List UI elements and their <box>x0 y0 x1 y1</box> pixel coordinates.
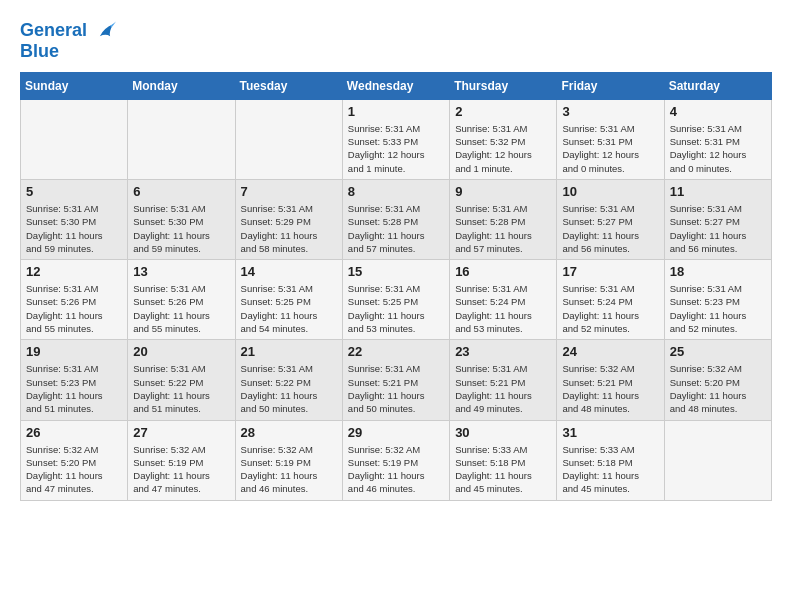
logo-bird-icon <box>94 20 116 42</box>
weekday-header-monday: Monday <box>128 72 235 99</box>
calendar-cell: 20Sunrise: 5:31 AM Sunset: 5:22 PM Dayli… <box>128 340 235 420</box>
day-info: Sunrise: 5:31 AM Sunset: 5:23 PM Dayligh… <box>26 362 122 415</box>
calendar-cell: 3Sunrise: 5:31 AM Sunset: 5:31 PM Daylig… <box>557 99 664 179</box>
calendar-cell: 19Sunrise: 5:31 AM Sunset: 5:23 PM Dayli… <box>21 340 128 420</box>
day-number: 27 <box>133 425 229 440</box>
day-number: 20 <box>133 344 229 359</box>
weekday-header-sunday: Sunday <box>21 72 128 99</box>
day-number: 10 <box>562 184 658 199</box>
day-number: 31 <box>562 425 658 440</box>
day-number: 3 <box>562 104 658 119</box>
day-number: 2 <box>455 104 551 119</box>
day-info: Sunrise: 5:31 AM Sunset: 5:33 PM Dayligh… <box>348 122 444 175</box>
day-info: Sunrise: 5:31 AM Sunset: 5:26 PM Dayligh… <box>26 282 122 335</box>
day-number: 6 <box>133 184 229 199</box>
day-info: Sunrise: 5:31 AM Sunset: 5:31 PM Dayligh… <box>562 122 658 175</box>
calendar-cell <box>235 99 342 179</box>
day-info: Sunrise: 5:32 AM Sunset: 5:20 PM Dayligh… <box>670 362 766 415</box>
day-number: 17 <box>562 264 658 279</box>
day-info: Sunrise: 5:32 AM Sunset: 5:19 PM Dayligh… <box>348 443 444 496</box>
day-number: 12 <box>26 264 122 279</box>
day-info: Sunrise: 5:31 AM Sunset: 5:32 PM Dayligh… <box>455 122 551 175</box>
day-info: Sunrise: 5:31 AM Sunset: 5:21 PM Dayligh… <box>455 362 551 415</box>
day-info: Sunrise: 5:31 AM Sunset: 5:28 PM Dayligh… <box>455 202 551 255</box>
calendar-cell: 22Sunrise: 5:31 AM Sunset: 5:21 PM Dayli… <box>342 340 449 420</box>
day-number: 29 <box>348 425 444 440</box>
day-info: Sunrise: 5:31 AM Sunset: 5:22 PM Dayligh… <box>133 362 229 415</box>
calendar-cell: 14Sunrise: 5:31 AM Sunset: 5:25 PM Dayli… <box>235 260 342 340</box>
day-number: 9 <box>455 184 551 199</box>
day-info: Sunrise: 5:31 AM Sunset: 5:29 PM Dayligh… <box>241 202 337 255</box>
day-number: 21 <box>241 344 337 359</box>
day-number: 8 <box>348 184 444 199</box>
day-info: Sunrise: 5:32 AM Sunset: 5:21 PM Dayligh… <box>562 362 658 415</box>
calendar-cell: 15Sunrise: 5:31 AM Sunset: 5:25 PM Dayli… <box>342 260 449 340</box>
day-number: 7 <box>241 184 337 199</box>
day-info: Sunrise: 5:33 AM Sunset: 5:18 PM Dayligh… <box>455 443 551 496</box>
calendar-cell <box>128 99 235 179</box>
day-number: 18 <box>670 264 766 279</box>
calendar-cell: 29Sunrise: 5:32 AM Sunset: 5:19 PM Dayli… <box>342 420 449 500</box>
day-info: Sunrise: 5:33 AM Sunset: 5:18 PM Dayligh… <box>562 443 658 496</box>
calendar-table: SundayMondayTuesdayWednesdayThursdayFrid… <box>20 72 772 501</box>
day-number: 11 <box>670 184 766 199</box>
calendar-cell: 6Sunrise: 5:31 AM Sunset: 5:30 PM Daylig… <box>128 179 235 259</box>
day-number: 1 <box>348 104 444 119</box>
calendar-cell <box>21 99 128 179</box>
calendar-cell: 9Sunrise: 5:31 AM Sunset: 5:28 PM Daylig… <box>450 179 557 259</box>
calendar-week-row: 26Sunrise: 5:32 AM Sunset: 5:20 PM Dayli… <box>21 420 772 500</box>
calendar-cell: 27Sunrise: 5:32 AM Sunset: 5:19 PM Dayli… <box>128 420 235 500</box>
calendar-cell: 12Sunrise: 5:31 AM Sunset: 5:26 PM Dayli… <box>21 260 128 340</box>
calendar-cell: 10Sunrise: 5:31 AM Sunset: 5:27 PM Dayli… <box>557 179 664 259</box>
day-info: Sunrise: 5:31 AM Sunset: 5:25 PM Dayligh… <box>348 282 444 335</box>
page-header: General Blue <box>20 20 772 62</box>
day-info: Sunrise: 5:32 AM Sunset: 5:19 PM Dayligh… <box>241 443 337 496</box>
calendar-cell: 31Sunrise: 5:33 AM Sunset: 5:18 PM Dayli… <box>557 420 664 500</box>
calendar-week-row: 19Sunrise: 5:31 AM Sunset: 5:23 PM Dayli… <box>21 340 772 420</box>
weekday-header-saturday: Saturday <box>664 72 771 99</box>
day-info: Sunrise: 5:31 AM Sunset: 5:24 PM Dayligh… <box>455 282 551 335</box>
calendar-cell: 5Sunrise: 5:31 AM Sunset: 5:30 PM Daylig… <box>21 179 128 259</box>
day-number: 19 <box>26 344 122 359</box>
calendar-cell: 26Sunrise: 5:32 AM Sunset: 5:20 PM Dayli… <box>21 420 128 500</box>
calendar-cell: 1Sunrise: 5:31 AM Sunset: 5:33 PM Daylig… <box>342 99 449 179</box>
day-number: 22 <box>348 344 444 359</box>
day-info: Sunrise: 5:31 AM Sunset: 5:27 PM Dayligh… <box>670 202 766 255</box>
day-number: 4 <box>670 104 766 119</box>
day-info: Sunrise: 5:31 AM Sunset: 5:28 PM Dayligh… <box>348 202 444 255</box>
calendar-cell: 24Sunrise: 5:32 AM Sunset: 5:21 PM Dayli… <box>557 340 664 420</box>
calendar-cell: 28Sunrise: 5:32 AM Sunset: 5:19 PM Dayli… <box>235 420 342 500</box>
day-info: Sunrise: 5:31 AM Sunset: 5:30 PM Dayligh… <box>26 202 122 255</box>
calendar-cell: 2Sunrise: 5:31 AM Sunset: 5:32 PM Daylig… <box>450 99 557 179</box>
weekday-header-thursday: Thursday <box>450 72 557 99</box>
day-info: Sunrise: 5:31 AM Sunset: 5:31 PM Dayligh… <box>670 122 766 175</box>
day-info: Sunrise: 5:32 AM Sunset: 5:19 PM Dayligh… <box>133 443 229 496</box>
day-number: 30 <box>455 425 551 440</box>
calendar-cell: 8Sunrise: 5:31 AM Sunset: 5:28 PM Daylig… <box>342 179 449 259</box>
day-number: 13 <box>133 264 229 279</box>
weekday-header-row: SundayMondayTuesdayWednesdayThursdayFrid… <box>21 72 772 99</box>
calendar-week-row: 5Sunrise: 5:31 AM Sunset: 5:30 PM Daylig… <box>21 179 772 259</box>
day-info: Sunrise: 5:32 AM Sunset: 5:20 PM Dayligh… <box>26 443 122 496</box>
day-number: 25 <box>670 344 766 359</box>
day-info: Sunrise: 5:31 AM Sunset: 5:22 PM Dayligh… <box>241 362 337 415</box>
day-number: 23 <box>455 344 551 359</box>
day-number: 16 <box>455 264 551 279</box>
calendar-cell: 30Sunrise: 5:33 AM Sunset: 5:18 PM Dayli… <box>450 420 557 500</box>
day-number: 26 <box>26 425 122 440</box>
day-info: Sunrise: 5:31 AM Sunset: 5:25 PM Dayligh… <box>241 282 337 335</box>
day-number: 15 <box>348 264 444 279</box>
day-info: Sunrise: 5:31 AM Sunset: 5:23 PM Dayligh… <box>670 282 766 335</box>
day-info: Sunrise: 5:31 AM Sunset: 5:27 PM Dayligh… <box>562 202 658 255</box>
logo: General Blue <box>20 20 116 62</box>
calendar-cell: 13Sunrise: 5:31 AM Sunset: 5:26 PM Dayli… <box>128 260 235 340</box>
calendar-cell: 18Sunrise: 5:31 AM Sunset: 5:23 PM Dayli… <box>664 260 771 340</box>
weekday-header-tuesday: Tuesday <box>235 72 342 99</box>
day-info: Sunrise: 5:31 AM Sunset: 5:21 PM Dayligh… <box>348 362 444 415</box>
calendar-cell: 17Sunrise: 5:31 AM Sunset: 5:24 PM Dayli… <box>557 260 664 340</box>
day-number: 14 <box>241 264 337 279</box>
calendar-week-row: 12Sunrise: 5:31 AM Sunset: 5:26 PM Dayli… <box>21 260 772 340</box>
day-info: Sunrise: 5:31 AM Sunset: 5:24 PM Dayligh… <box>562 282 658 335</box>
calendar-cell: 11Sunrise: 5:31 AM Sunset: 5:27 PM Dayli… <box>664 179 771 259</box>
day-info: Sunrise: 5:31 AM Sunset: 5:30 PM Dayligh… <box>133 202 229 255</box>
